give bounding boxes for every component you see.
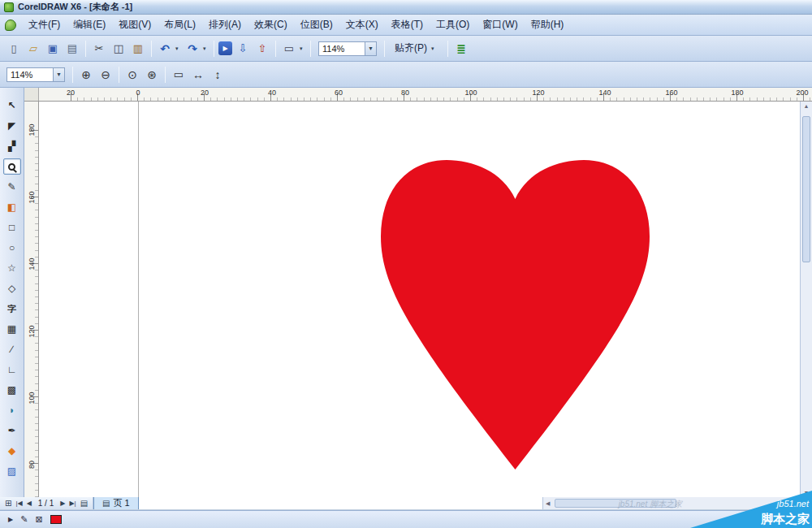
vertical-scroll-thumb[interactable] bbox=[802, 116, 810, 262]
fill-color-swatch[interactable] bbox=[50, 515, 62, 524]
export-button[interactable] bbox=[253, 40, 271, 58]
zoom-to-page-button[interactable] bbox=[170, 66, 188, 84]
last-page-button[interactable] bbox=[69, 500, 76, 507]
add-page-button[interactable] bbox=[5, 499, 11, 508]
chevron-down-icon[interactable]: ▾ bbox=[203, 45, 209, 52]
menu-item-window[interactable]: 窗口(W) bbox=[476, 15, 524, 34]
zoom-in-button[interactable] bbox=[77, 66, 95, 84]
menu-item-file[interactable]: 文件(F) bbox=[22, 15, 67, 34]
previous-page-button[interactable] bbox=[27, 500, 32, 507]
heart-shape[interactable] bbox=[381, 160, 650, 470]
table-tool[interactable] bbox=[3, 321, 21, 337]
toolbar-separator bbox=[214, 41, 214, 57]
app-icon[interactable] bbox=[4, 2, 14, 12]
drawing-canvas[interactable] bbox=[39, 102, 800, 497]
magnifier-icon bbox=[8, 163, 15, 171]
vertical-ruler[interactable]: 180 160 140 120 100 80 bbox=[24, 102, 39, 497]
zoom-to-page-width-button[interactable] bbox=[189, 66, 207, 84]
horizontal-ruler[interactable]: 20 0 20 40 60 80 100 120 140 160 180 200 bbox=[24, 88, 812, 102]
fullscreen-preview-button[interactable] bbox=[280, 40, 298, 58]
next-page-button[interactable] bbox=[60, 500, 65, 507]
no-fill-icon[interactable] bbox=[35, 514, 42, 525]
zoom-tool[interactable] bbox=[3, 158, 21, 175]
pick-tool[interactable] bbox=[3, 97, 21, 114]
options-button[interactable] bbox=[452, 40, 470, 58]
chevron-down-icon[interactable]: ▼ bbox=[53, 68, 64, 81]
ruler-origin[interactable] bbox=[24, 88, 39, 101]
toolbar-separator bbox=[275, 41, 276, 57]
page-navigation: 1 / 1 bbox=[0, 497, 93, 509]
title-bar[interactable]: CorelDRAW X6 - [未命名 -1] bbox=[0, 0, 812, 15]
parallel-dimension-tool[interactable] bbox=[3, 341, 21, 357]
basic-shapes-tool[interactable] bbox=[3, 280, 21, 296]
zoom-to-selection-button[interactable] bbox=[123, 66, 141, 84]
blend-tool[interactable] bbox=[3, 382, 21, 398]
play-icon[interactable] bbox=[8, 516, 13, 523]
ruler-label: 180 bbox=[731, 89, 743, 97]
menu-item-layout[interactable]: 布局(L) bbox=[158, 15, 202, 34]
watermark-name-text: 脚本之家 bbox=[760, 512, 810, 526]
toolbox bbox=[0, 88, 24, 497]
interactive-fill-tool[interactable] bbox=[3, 463, 21, 479]
vertical-scrollbar[interactable]: ▲ ▼ bbox=[800, 102, 812, 497]
crop-tool[interactable] bbox=[3, 138, 21, 154]
page-icon[interactable] bbox=[80, 499, 88, 508]
first-page-button[interactable] bbox=[15, 500, 22, 507]
menu-item-text[interactable]: 文本(X) bbox=[339, 15, 385, 34]
toolbar-separator bbox=[85, 41, 86, 57]
smart-fill-tool[interactable] bbox=[3, 199, 21, 215]
zoom-level-combo[interactable]: 114% ▼ bbox=[318, 41, 377, 56]
menu-item-arrange[interactable]: 排列(A) bbox=[202, 15, 248, 34]
snap-to-dropdown[interactable]: 贴齐(P) ▾ bbox=[389, 40, 443, 57]
fill-tool[interactable] bbox=[3, 443, 21, 459]
application-launcher-button[interactable] bbox=[218, 41, 232, 55]
chevron-down-icon[interactable]: ▾ bbox=[175, 45, 182, 52]
outline-pen-tool[interactable] bbox=[3, 422, 21, 439]
zoom-to-page-height-button[interactable] bbox=[209, 66, 227, 84]
copy-button[interactable] bbox=[110, 40, 127, 58]
menu-item-table[interactable]: 表格(T) bbox=[385, 15, 430, 34]
zoom-levels-combo[interactable]: 114% ▼ bbox=[6, 67, 65, 82]
heart-object[interactable] bbox=[379, 160, 651, 471]
text-tool[interactable] bbox=[3, 301, 21, 317]
paste-button[interactable] bbox=[129, 40, 147, 58]
faint-watermark-text: jb51.net 脚本之家 bbox=[619, 499, 682, 510]
zoom-level-value: 114% bbox=[322, 44, 344, 54]
menu-item-edit[interactable]: 编辑(E) bbox=[67, 15, 112, 34]
save-button[interactable] bbox=[44, 40, 62, 58]
page-tab[interactable]: 页 1 bbox=[93, 497, 139, 509]
import-button[interactable] bbox=[234, 40, 252, 58]
freehand-tool[interactable] bbox=[3, 179, 21, 195]
rectangle-tool[interactable] bbox=[3, 219, 21, 236]
menu-item-bitmaps[interactable]: 位图(B) bbox=[294, 15, 339, 34]
page-icon bbox=[102, 499, 110, 508]
scroll-up-icon[interactable]: ▲ bbox=[804, 103, 810, 109]
zoom-levels-value: 114% bbox=[11, 70, 32, 80]
ellipse-tool[interactable] bbox=[3, 240, 21, 256]
chevron-down-icon[interactable]: ▾ bbox=[300, 45, 306, 52]
cut-button[interactable] bbox=[90, 40, 108, 58]
print-button[interactable] bbox=[63, 40, 81, 58]
chevron-down-icon[interactable]: ▼ bbox=[365, 42, 376, 55]
menu-item-effects[interactable]: 效果(C) bbox=[248, 15, 294, 34]
shape-tool[interactable] bbox=[3, 118, 21, 134]
coreldraw-balloon-icon bbox=[5, 19, 16, 31]
zoom-out-button[interactable] bbox=[97, 66, 114, 84]
ruler-label: 160 bbox=[665, 89, 677, 97]
chevron-down-icon[interactable]: ▾ bbox=[431, 45, 438, 52]
redo-button[interactable] bbox=[184, 40, 201, 58]
menu-item-view[interactable]: 视图(V) bbox=[112, 15, 158, 34]
menu-item-help[interactable]: 帮助(H) bbox=[525, 15, 571, 34]
new-document-button[interactable] bbox=[5, 40, 23, 58]
scroll-left-icon[interactable]: ◀ bbox=[546, 500, 550, 507]
page-edge-guide bbox=[138, 102, 139, 497]
polygon-tool[interactable] bbox=[3, 260, 21, 276]
color-eyedropper-tool[interactable] bbox=[3, 402, 21, 418]
open-button[interactable] bbox=[24, 40, 42, 58]
undo-button[interactable] bbox=[156, 40, 174, 58]
outline-status-icon[interactable] bbox=[20, 514, 28, 525]
straight-line-connector-tool[interactable] bbox=[3, 361, 21, 378]
menu-item-tools[interactable]: 工具(O) bbox=[430, 15, 476, 34]
page-tab-label: 页 1 bbox=[114, 497, 130, 509]
zoom-to-all-objects-button[interactable] bbox=[143, 66, 161, 84]
